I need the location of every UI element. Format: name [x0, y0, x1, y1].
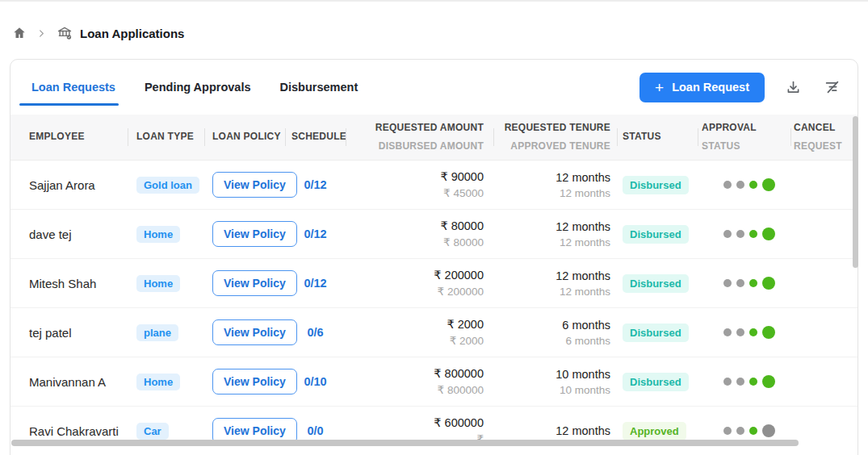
- approval-dot: [736, 328, 744, 336]
- employee-name: Ravi Chakravarti: [29, 424, 119, 438]
- loan-request-button[interactable]: + Loan Request: [639, 73, 765, 102]
- approval-status-dots: [723, 375, 775, 388]
- breadcrumb: Loan Applications: [0, 2, 868, 44]
- approval-dot: [736, 279, 744, 287]
- table-row: tej patel plane View Policy 0/6 ₹ 2000₹ …: [10, 308, 858, 357]
- approved-tenure: 6 months: [565, 335, 610, 347]
- horizontal-scrollbar[interactable]: [11, 440, 799, 446]
- approval-status-dots: [723, 228, 775, 240]
- requested-tenure: 10 months: [556, 368, 610, 381]
- tab-disbursement[interactable]: Disbursement: [279, 60, 360, 115]
- table-body: Sajjan Arora Gold loan View Policy 0/12 …: [10, 161, 858, 455]
- requested-tenure: 6 months: [562, 319, 610, 332]
- status-badge: Disbursed: [623, 225, 689, 244]
- table-row: dave tej Home View Policy 0/12 ₹ 80000₹ …: [10, 210, 858, 259]
- table-row: Sajjan Arora Gold loan View Policy 0/12 …: [10, 161, 858, 210]
- schedules-link[interactable]: 0/12: [304, 178, 326, 191]
- filter-off-icon[interactable]: [822, 77, 843, 98]
- table-row: Manivannan A Home View Policy 0/10 ₹ 800…: [10, 357, 858, 407]
- table-row: Ravi Chakravarti Car View Policy 0/0 ₹ 6…: [10, 407, 858, 455]
- schedules-link[interactable]: 0/10: [304, 375, 326, 388]
- approval-dot: [736, 427, 744, 435]
- loan-type-badge: Gold loan: [136, 177, 199, 194]
- approval-dot: [749, 427, 757, 435]
- approval-dot: [723, 279, 732, 287]
- loan-requests-card: Loan Requests Pending Approvals Disburse…: [10, 59, 858, 455]
- approval-dot: [762, 178, 775, 191]
- approval-dot: [723, 230, 732, 238]
- approval-dot: [749, 230, 757, 238]
- employee-name: Manivannan A: [29, 375, 106, 389]
- approved-tenure: 12 months: [560, 236, 610, 248]
- disbursed-amount: ₹ 800000: [438, 383, 484, 396]
- requested-amount: ₹ 90000: [440, 170, 484, 183]
- header-tenure: REQUESTED TENUREAPPROVED TENURE: [493, 115, 617, 160]
- home-icon[interactable]: [12, 26, 27, 40]
- approval-dot: [723, 427, 732, 435]
- approval-dot: [736, 378, 744, 386]
- disbursed-amount: ₹ 2000: [450, 334, 484, 347]
- status-badge: Disbursed: [623, 324, 689, 342]
- schedules-link[interactable]: 0/6: [307, 326, 323, 339]
- header-employee: EMPLOYEE: [10, 115, 128, 160]
- requested-amount: ₹ 80000: [440, 219, 484, 232]
- header-schedules: SCHEDULES: [285, 115, 346, 160]
- approval-status-dots: [723, 326, 775, 339]
- disbursed-amount: ₹ 45000: [443, 186, 484, 199]
- schedules-link[interactable]: 0/12: [304, 277, 326, 290]
- loan-request-button-label: Loan Request: [672, 81, 749, 94]
- requested-amount: ₹ 600000: [434, 416, 484, 429]
- loan-table: EMPLOYEE LOAN TYPE LOAN POLICY SCHEDULES…: [10, 115, 858, 455]
- approval-status-dots: [723, 277, 775, 290]
- card-toolbar: Loan Requests Pending Approvals Disburse…: [10, 60, 858, 115]
- requested-tenure: 12 months: [556, 171, 610, 184]
- disbursed-amount: ₹ 80000: [443, 236, 484, 248]
- loan-type-badge: Home: [136, 374, 180, 390]
- approval-dot: [749, 378, 757, 386]
- employee-name: dave tej: [29, 228, 72, 241]
- chevron-right-icon: [37, 29, 46, 38]
- header-amount: REQUESTED AMOUNTDISBURSED AMOUNT: [346, 115, 493, 160]
- approval-dot: [762, 277, 775, 290]
- loan-type-badge: Home: [136, 226, 180, 243]
- employee-name: Sajjan Arora: [29, 178, 95, 192]
- toolbar-actions: + Loan Request: [639, 73, 843, 102]
- approved-tenure: 12 months: [560, 187, 610, 199]
- status-badge: Disbursed: [623, 373, 689, 391]
- disbursed-amount: ₹ 200000: [438, 285, 484, 298]
- approval-dot: [762, 424, 775, 437]
- page-title: Loan Applications: [80, 27, 184, 40]
- schedules-link[interactable]: 0/0: [307, 424, 323, 437]
- header-loan-type: LOAN TYPE: [128, 115, 204, 160]
- requested-amount: ₹ 2000: [447, 318, 484, 331]
- tab-pending-approvals[interactable]: Pending Approvals: [143, 60, 253, 115]
- approval-dot: [723, 378, 732, 386]
- download-icon[interactable]: [783, 77, 803, 98]
- approval-dot: [749, 328, 757, 336]
- header-cancel-request: CANCELREQUEST: [790, 115, 858, 160]
- approval-dot: [762, 375, 775, 388]
- status-badge: Approved: [623, 422, 686, 440]
- schedules-link[interactable]: 0/12: [304, 228, 326, 240]
- approval-status-dots: [723, 424, 775, 437]
- approval-dot: [749, 181, 757, 189]
- approved-tenure: 10 months: [560, 384, 610, 396]
- approval-dot: [749, 279, 757, 287]
- approval-dot: [762, 228, 775, 240]
- loan-type-badge: Home: [136, 275, 180, 292]
- approval-dot: [762, 326, 775, 339]
- approval-dot: [736, 181, 744, 189]
- approval-dot: [723, 328, 732, 336]
- requested-amount: ₹ 200000: [434, 269, 484, 282]
- employee-name: Mitesh Shah: [29, 277, 96, 290]
- approved-tenure: 12 months: [560, 286, 610, 298]
- vertical-scrollbar[interactable]: [853, 116, 858, 268]
- header-status: STATUS: [617, 115, 698, 160]
- tab-loan-requests[interactable]: Loan Requests: [30, 60, 117, 115]
- approval-dot: [736, 230, 744, 238]
- header-loan-policy: LOAN POLICY: [204, 115, 285, 160]
- plus-icon: +: [655, 80, 664, 95]
- employee-name: tej patel: [29, 326, 72, 340]
- approval-status-dots: [723, 178, 775, 191]
- requested-tenure: 12 months: [556, 269, 610, 282]
